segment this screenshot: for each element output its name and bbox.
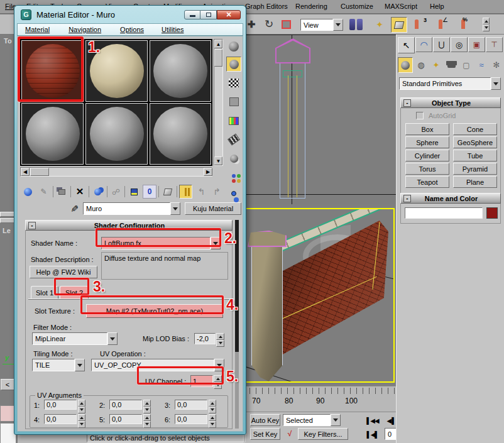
mtl-menu-utilities[interactable]: Utilities [162,26,184,33]
put-material-to-scene-icon[interactable]: ✎ [37,185,51,199]
tab-modify[interactable]: ◠ [415,37,432,52]
go-forward-to-sibling-icon[interactable]: ↱ [210,185,224,199]
mtl-menu-material[interactable]: Material [25,26,50,33]
tiling-mode-arrow[interactable] [75,359,85,371]
autogrid-checkbox[interactable] [416,112,424,119]
slot-texture-button[interactable]: Map #2 (TxMuroTut02_nm.ace) [86,304,223,318]
menu-customize[interactable]: Customize [341,3,373,10]
uv-arg-2-field[interactable]: 0,0 [109,400,142,410]
reference-coordinate-dropdown[interactable]: View [300,19,343,31]
category-geometry[interactable] [398,57,413,73]
sample-slot-4[interactable] [21,103,84,165]
hscroll-thumb[interactable] [30,168,49,176]
go-to-parent-icon[interactable]: ↰ [194,185,208,199]
button-sphere[interactable]: Sphere [405,136,449,148]
button-pyramid[interactable]: Pyramid [453,163,497,175]
video-color-check-icon[interactable] [226,113,241,128]
tab-motion[interactable]: ◎ [451,37,468,52]
close-button[interactable]: ✕ [217,10,241,19]
object-type-rollup-header[interactable]: - Object Type [400,97,501,108]
menu-help[interactable]: Help [430,3,444,10]
uv-arg-4-spinner[interactable] [78,414,85,424]
filter-mode-dropdown[interactable]: MipLinear [32,332,118,345]
filter-mode-arrow[interactable] [107,332,118,345]
menu-graph-editors[interactable]: Graph Editors [245,3,288,10]
select-and-scale-icon[interactable] [282,20,291,29]
show-end-result-icon[interactable] [179,185,193,199]
uv-arg-2-spinner[interactable] [143,400,151,410]
select-and-move-icon[interactable]: ✚ [245,18,258,31]
category-helpers[interactable]: ▢ [459,57,473,73]
set-key-curve-icon[interactable]: √ [284,428,295,439]
uv-arg-6-field[interactable]: 0,0 [175,414,207,424]
category-lights[interactable]: ✦ [429,57,443,73]
backlight-icon[interactable] [226,57,241,72]
options-icon[interactable] [226,151,241,166]
material-map-navigator-icon[interactable] [226,186,241,201]
rollup-collapse-icon[interactable]: - [403,99,411,107]
mip-lod-bias-field[interactable]: -2,0 [194,333,216,344]
button-plane[interactable]: Plane [453,176,497,188]
slot1-tab[interactable]: Slot 1 [31,286,58,298]
material-editor-titlebar[interactable]: G Material Editor - Muro ✕ [14,6,246,23]
vscroll-thumb[interactable] [214,49,222,67]
button-teapot[interactable]: Teapot [405,176,449,188]
uv-arg-1-spinner[interactable] [78,400,85,410]
uv-arg-6-spinner[interactable] [209,414,216,424]
mtl-menu-navigation[interactable]: Navigation [68,26,101,33]
category-shapes[interactable]: ◍ [414,57,428,73]
go-to-start-icon[interactable]: ▌◀◀ [364,415,381,425]
tab-create[interactable]: ↖ [398,37,415,53]
uv-arg-5-spinner[interactable] [143,414,151,424]
selection-filter-arrow[interactable] [331,414,341,426]
vscroll-down-arrow[interactable]: ▼ [214,156,222,165]
object-name-input[interactable] [405,207,483,219]
category-systems[interactable]: ✻ [490,57,503,73]
tab-utilities[interactable]: ⊤ [486,37,503,52]
button-tube[interactable]: Tube [453,150,497,161]
button-box[interactable]: Box [405,123,449,135]
button-geosphere[interactable]: GeoSphere [453,136,497,148]
uv-arg-3-field[interactable]: 0,0 [175,400,207,410]
make-preview-icon[interactable] [226,132,241,147]
snap-3d-icon[interactable] [415,19,419,29]
uv-arg-3-spinner[interactable] [209,400,216,410]
coordinate-dropdown-button[interactable] [333,19,343,31]
material-name-dropdown[interactable]: Muro [83,202,180,215]
make-material-copy-icon[interactable] [91,185,105,199]
shader-config-collapse-icon[interactable]: - [28,222,36,229]
uv-arg-5-field[interactable]: 0,0 [109,414,142,424]
slot2-tab[interactable]: Slot 2 [60,286,89,298]
use-center-icon[interactable] [349,19,355,30]
select-by-material-icon[interactable] [226,168,241,183]
get-material-icon[interactable] [21,185,35,199]
sample-slot-5[interactable] [85,103,148,165]
tab-display[interactable]: ▣ [468,37,485,52]
perspective-viewport[interactable] [245,208,395,383]
background-icon[interactable] [226,75,241,90]
uv-channel-spinner[interactable] [214,375,222,387]
sample-uv-tiling-icon[interactable] [226,94,241,109]
mtl-menu-options[interactable]: Options [120,26,144,33]
button-cylinder[interactable]: Cylinder [405,150,449,161]
primitive-type-dropdown[interactable]: Standard Primitives [399,77,501,90]
uv-operation-dropdown[interactable]: UV_OP_COPY [91,359,224,371]
maximize-button[interactable] [200,10,217,19]
material-name-arrow[interactable] [170,202,180,215]
material-id-channel-icon[interactable]: 0 [143,185,156,199]
menu-maxscript[interactable]: MAXScript [385,3,417,10]
shader-config-rollup-header[interactable]: - Shader Configuration [25,220,233,231]
category-space-warps[interactable]: ≈ [474,57,488,73]
hscroll-right-arrow[interactable]: ▶ [204,168,212,176]
mip-lod-bias-spinner[interactable] [216,333,224,344]
minimize-button[interactable] [184,10,200,19]
slots-vscrollbar[interactable]: ▲ ▼ [214,39,223,166]
key-mode-toggle-icon[interactable]: ▌◀▌ [366,429,380,439]
button-cone[interactable]: Cone [453,123,497,135]
sample-type-icon[interactable] [226,39,241,54]
name-color-rollup-header[interactable]: - Name and Color [400,193,501,204]
sample-slot-1[interactable] [21,40,84,102]
put-to-library-icon[interactable] [127,185,141,199]
tiling-mode-dropdown[interactable]: TILE [32,359,85,371]
tab-hierarchy[interactable]: ⋃ [433,37,450,52]
